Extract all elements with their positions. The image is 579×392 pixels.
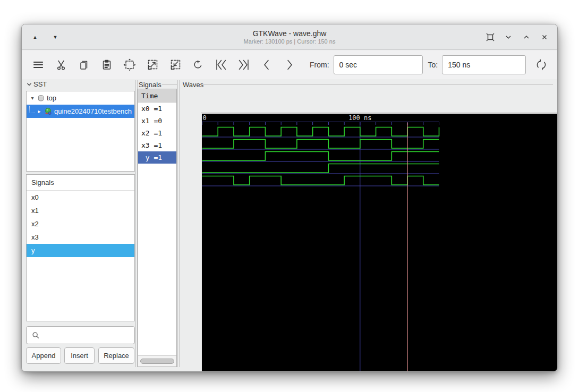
undo-icon — [191, 58, 205, 72]
zoom-out-icon — [168, 58, 182, 72]
titlebar: ▲ ▼ GTKWave - wave.ghw Marker: 130100 ps… — [22, 24, 557, 50]
scissors-icon — [55, 58, 67, 71]
values-frame-label: Signals — [139, 81, 161, 89]
replace-button[interactable]: Replace — [98, 347, 134, 364]
value-row-y[interactable]: y =1 — [138, 151, 176, 164]
waveform-svg: 0100 ns — [202, 114, 558, 372]
reload-button[interactable] — [533, 57, 549, 73]
gtkwave-window: ▲ ▼ GTKWave - wave.ghw Marker: 130100 ps… — [21, 24, 558, 372]
toolbar: From: To: — [22, 50, 557, 79]
wave-trace-x2 — [202, 152, 439, 161]
step-forward-button[interactable] — [282, 57, 297, 73]
shade-up-button[interactable]: ▲ — [29, 31, 41, 43]
append-button[interactable]: Append — [26, 347, 61, 364]
signal-values-panel: Time x0 =1 x1 =0 x2 =1 x3 =1 y =1 — [138, 89, 177, 367]
go-to-end-button[interactable] — [236, 57, 252, 73]
tree-item-label: quine20240710testbench — [54, 107, 132, 115]
chevron-left-icon — [259, 57, 274, 72]
chevron-up-icon — [522, 32, 531, 42]
from-input[interactable] — [334, 55, 423, 74]
pane-splitter-right[interactable] — [177, 80, 180, 367]
from-label: From: — [310, 61, 329, 69]
value-row-x1[interactable]: x1 =0 — [138, 115, 176, 127]
scrollbar-thumb[interactable] — [140, 359, 174, 364]
time-header: Time — [138, 89, 176, 103]
close-icon — [540, 32, 549, 42]
window-title: GTKWave - wave.ghw — [22, 29, 557, 38]
value-row-x0[interactable]: x0 =1 — [138, 103, 176, 115]
marker-cursor-status: Marker: 130100 ps | Cursor: 150 ns — [22, 38, 557, 45]
zoom-in-button[interactable] — [144, 57, 160, 73]
search-icon — [31, 330, 40, 340]
close-button[interactable] — [538, 31, 551, 44]
paste-button[interactable] — [99, 57, 115, 73]
tree-branch-line — [29, 106, 35, 113]
copy-button[interactable] — [76, 57, 92, 73]
triangle-up-icon: ▲ — [33, 35, 38, 40]
wave-trace-x1 — [202, 140, 439, 149]
signal-item-x2[interactable]: x2 — [27, 217, 134, 231]
zoom-in-icon — [146, 58, 159, 72]
fit-window-button[interactable] — [484, 31, 497, 44]
signal-item-x1[interactable]: x1 — [27, 204, 134, 217]
module-icon — [37, 95, 45, 102]
sst-header[interactable]: SST — [26, 80, 47, 88]
frame-line — [203, 84, 553, 85]
frame-line — [162, 84, 177, 85]
signal-item-x0[interactable]: x0 — [27, 191, 134, 204]
to-input[interactable] — [442, 55, 526, 74]
skip-to-start-icon — [214, 57, 228, 72]
waves-frame-label: Waves — [183, 81, 203, 89]
reload-icon — [534, 57, 549, 72]
menu-button[interactable] — [30, 57, 46, 73]
tree-item-testbench[interactable]: ▸ quine20240710testbench — [27, 105, 134, 118]
triangle-down-icon: ▼ — [53, 35, 58, 40]
chevron-down-icon — [504, 32, 513, 42]
zoom-fit-icon — [123, 58, 137, 72]
skip-to-end-icon — [236, 57, 251, 72]
undo-button[interactable] — [190, 57, 206, 73]
wave-trace-x0 — [202, 127, 439, 137]
signal-search[interactable] — [26, 326, 135, 344]
timeline-label: 0 — [203, 114, 207, 122]
value-row-x2[interactable]: x2 =1 — [138, 127, 176, 139]
chevron-right-icon — [282, 57, 297, 72]
waves-panel: 0100 ns — [201, 113, 558, 372]
search-input[interactable] — [40, 327, 134, 344]
minimize-button[interactable] — [502, 31, 515, 44]
wave-canvas[interactable]: 0100 ns — [202, 114, 558, 372]
go-to-start-button[interactable] — [213, 57, 229, 73]
shade-down-button[interactable]: ▼ — [49, 31, 61, 43]
to-label: To: — [428, 61, 438, 69]
signal-item-x3[interactable]: x3 — [27, 231, 134, 244]
cut-button[interactable] — [53, 57, 69, 73]
zoom-fit-button[interactable] — [122, 57, 138, 73]
signals-list: Signals x0 x1 x2 x3 y — [26, 174, 135, 321]
expander-closed-icon: ▸ — [36, 108, 43, 114]
menu-icon — [31, 58, 45, 72]
expander-open-icon: ▾ — [29, 95, 36, 101]
value-row-x3[interactable]: x3 =1 — [138, 139, 176, 151]
chevron-down-icon — [26, 81, 32, 88]
wave-trace-x3 — [202, 164, 439, 173]
values-horizontal-scrollbar[interactable] — [138, 355, 176, 367]
copy-icon — [78, 58, 90, 71]
zoom-out-button[interactable] — [167, 57, 183, 73]
signal-item-y[interactable]: y — [27, 244, 134, 257]
testbench-icon — [44, 107, 52, 115]
tree-item-label: top — [47, 94, 56, 102]
fit-icon — [485, 32, 496, 42]
insert-button[interactable]: Insert — [64, 347, 95, 364]
maximize-button[interactable] — [520, 31, 533, 44]
step-back-button[interactable] — [259, 57, 275, 73]
paste-icon — [100, 58, 113, 71]
tree-item-top[interactable]: ▾ top — [27, 91, 134, 105]
sst-tree: ▾ top ▸ quine20240710testbench — [26, 91, 135, 172]
wave-trace-y — [202, 176, 439, 185]
signals-list-header: Signals — [27, 175, 134, 191]
timeline-label: 100 ns — [348, 114, 371, 122]
